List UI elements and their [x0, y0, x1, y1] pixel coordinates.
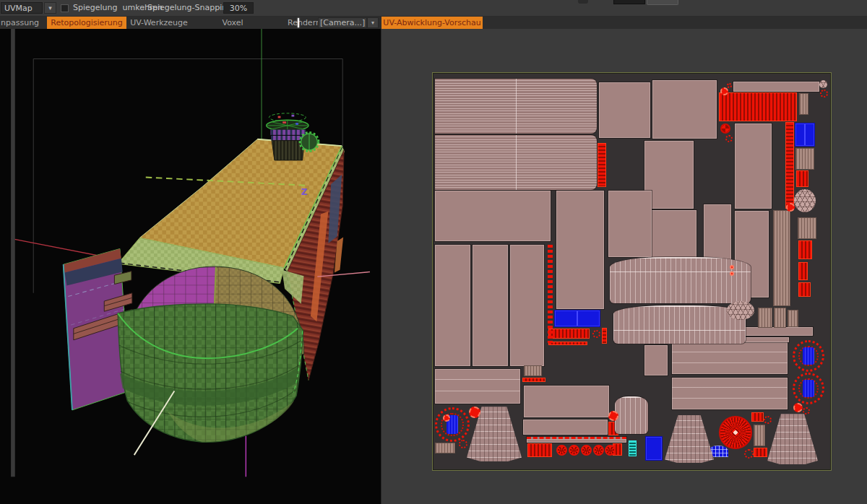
uv-island-p — [648, 210, 696, 263]
uv-island-disc — [720, 123, 730, 134]
uv-island-cy — [629, 440, 637, 456]
uv-island-dot — [592, 330, 600, 338]
uv-island-gear — [730, 265, 734, 269]
uv-island-tv — [799, 93, 808, 115]
uv-preview-panel — [381, 29, 867, 504]
uv-island-p — [473, 245, 508, 366]
uv-island-rv — [754, 448, 767, 457]
uv-island-h — [435, 135, 597, 190]
tab-uv-werkzeuge[interactable]: UV-Werkzeuge — [129, 17, 189, 29]
uv-island-tv — [524, 365, 542, 376]
tab-bar: npassung Retopologisierung UV-Werkzeuge … — [0, 17, 867, 29]
uv-island-gear — [730, 271, 734, 276]
uv-island-rv — [796, 170, 808, 187]
uv-island-p — [556, 191, 604, 309]
uv-island-rv — [798, 262, 808, 280]
clipped-widget — [647, 0, 678, 5]
uv-island-rv — [798, 240, 812, 259]
uv-island-rv — [719, 92, 797, 121]
uv-island-pl — [435, 369, 520, 404]
mirror-invert-checkbox[interactable] — [61, 4, 69, 12]
uv-island-b — [645, 436, 663, 461]
uv-island-p — [510, 245, 544, 366]
uv-island-rv — [527, 443, 552, 457]
uv-island-h — [435, 79, 597, 134]
uv-island-arc — [613, 305, 746, 344]
mouse-text-cursor — [298, 18, 299, 27]
tab-uv-abwicklung-vorschau[interactable]: UV-Abwicklung-Vorschau — [381, 17, 483, 29]
viewport-3d[interactable]: Z — [0, 29, 381, 504]
mirror-snapping-value[interactable]: 30% — [223, 2, 254, 14]
uv-island-fan — [665, 414, 714, 463]
uv-island-disc — [719, 416, 752, 449]
uv-island-tv — [754, 425, 765, 446]
uv-island-ring — [793, 340, 824, 372]
uv-island-ball — [819, 80, 827, 88]
snapping-decrement-icon[interactable]: ‹ — [142, 3, 144, 12]
uv-island-spk — [556, 445, 567, 456]
uv-island-ring — [435, 407, 470, 442]
uv-island-dot — [803, 407, 810, 414]
uv-island-pr — [527, 437, 626, 443]
uv-island-spk — [581, 445, 592, 456]
uv-island-tv — [758, 308, 772, 328]
tab-voxel[interactable]: Voxel — [212, 17, 253, 29]
uv-island-spk — [593, 445, 604, 456]
uv-island-tv — [798, 217, 816, 239]
uv-island-rh — [785, 122, 794, 209]
uv-island-p — [599, 82, 650, 138]
tab-anpassung[interactable]: npassung — [0, 17, 46, 29]
uv-island-p — [523, 420, 608, 435]
uvmap-select[interactable]: UVMap — [1, 2, 43, 14]
toolbar: UVMap ▾ Spiegelung umkehren ‹ Spiegelung… — [0, 0, 867, 17]
uv-island-spk — [569, 445, 579, 456]
uv-island-p — [608, 191, 652, 257]
uv-island-spk — [605, 445, 616, 456]
uv-island-p — [435, 191, 551, 241]
uv-island-dot — [727, 83, 732, 88]
uv-island-rh — [598, 143, 606, 187]
3d-scene-canvas[interactable]: Z — [0, 29, 381, 504]
uv-island-rv — [798, 282, 811, 297]
uv-island-fan — [767, 412, 818, 464]
uv-island-tv — [788, 310, 798, 327]
uv-island-arc — [610, 257, 751, 303]
uv-island-ball — [727, 301, 754, 320]
clipped-widget — [613, 0, 645, 4]
uv-island-pl — [672, 342, 788, 374]
uv-island-dot — [764, 416, 772, 424]
uv-island-gear — [786, 203, 795, 212]
tab-retopologisierung[interactable]: Retopologisierung — [47, 17, 126, 29]
camera-dropdown-arrow-icon[interactable]: ▾ — [367, 17, 379, 28]
z-axis-label: Z — [301, 187, 308, 197]
uvmap-dropdown-arrow-icon[interactable]: ▾ — [44, 2, 56, 14]
uv-island-p — [735, 123, 772, 209]
uv-island-rd — [548, 245, 553, 343]
uv-island-p — [733, 82, 819, 92]
uv-island-gear — [469, 407, 480, 418]
uv-island-rv — [751, 412, 764, 422]
uv-island-p — [435, 245, 470, 366]
uv-island-dot — [820, 90, 828, 97]
uv-island-rv — [522, 378, 545, 382]
application-window: UVMap ▾ Spiegelung umkehren ‹ Spiegelung… — [0, 0, 867, 504]
uv-island-p — [704, 204, 731, 262]
render-camera-select[interactable]: [Camera...] — [318, 17, 367, 28]
uv-island-tv — [774, 308, 786, 328]
workspace: Z — [0, 29, 867, 504]
uv-island-gear — [608, 411, 618, 421]
uv-island-arc — [615, 396, 648, 434]
cylinder-base — [116, 301, 307, 446]
uv-island-rv — [548, 329, 590, 339]
uv-island-tv — [435, 443, 455, 453]
viewport-left-gutter — [11, 29, 15, 477]
uv-island-tv — [795, 148, 814, 170]
uv-island-b — [795, 123, 815, 147]
uv-island-pl — [672, 378, 788, 409]
uv-island-p — [644, 141, 694, 209]
uv-island-ball — [794, 189, 816, 212]
snapping-increment-icon[interactable]: › — [217, 3, 220, 12]
clipped-widget — [578, 0, 588, 4]
uv-island-p — [644, 345, 668, 375]
uv-island-gear — [720, 87, 728, 95]
